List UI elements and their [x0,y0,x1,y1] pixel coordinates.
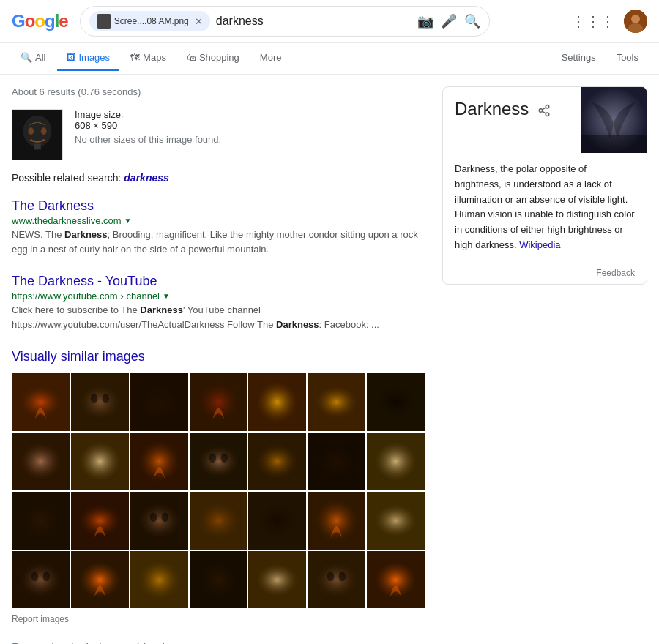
similar-image-cell[interactable] [130,373,188,431]
similar-image-cell[interactable] [308,433,365,490]
nav-shopping-label: Shopping [199,52,239,63]
avatar[interactable] [624,10,647,33]
svg-rect-7 [34,144,41,150]
result-2-title[interactable]: The Darkness - YouTube [12,274,157,288]
similar-image-cell[interactable] [248,492,306,550]
similar-image-cell[interactable] [12,373,70,431]
image-preview-section: Image size: 608 × 590 No other sizes of … [12,109,425,160]
report-images-link[interactable]: Report images [12,614,425,624]
similar-image-cell[interactable] [71,433,129,490]
nav-tools[interactable]: Tools [608,46,647,71]
similar-image-cell[interactable] [248,373,306,431]
similar-image-cell[interactable] [367,373,425,431]
settings-label: Settings [562,52,596,63]
kp-share-icon[interactable] [537,104,551,121]
right-column: Darkness [442,86,647,644]
svg-point-33 [220,453,227,463]
related-search-link[interactable]: darkness [124,172,168,184]
search-tab-close-button[interactable]: ✕ [195,16,203,27]
similar-image-cell[interactable] [71,551,129,609]
voice-search-icon[interactable]: 🎤 [441,13,457,29]
similar-image-cell[interactable] [12,492,70,550]
similar-images-title[interactable]: Visually similar images [12,349,425,364]
result-2-snippet: Click here to subscribe to The Darkness'… [12,303,425,332]
nav-all[interactable]: 🔍 All [12,46,54,71]
image-size-label: Image size: 608 × 590 [75,109,221,131]
similar-image-cell[interactable] [190,373,247,431]
similar-image-cell[interactable] [308,492,365,550]
main-content: About 6 results (0.76 seconds) Image siz… [0,75,659,644]
similar-image-cell[interactable] [367,551,425,609]
image-search-tab[interactable]: Scree....08 AM.png ✕ [89,11,210,31]
similar-image-cell[interactable] [130,433,188,490]
nav-settings[interactable]: Settings [553,46,605,71]
search-input[interactable] [216,15,412,28]
header: Google Scree....08 AM.png ✕ 📷 🎤 🔍 ⋮⋮⋮ [0,0,659,43]
similar-image-cell[interactable] [130,551,188,609]
svg-point-19 [256,381,298,423]
camera-search-icon[interactable]: 📷 [417,13,433,29]
similar-image-cell[interactable] [130,492,188,550]
svg-point-73 [375,561,417,598]
nav-images[interactable]: 🖼 Images [57,46,119,71]
related-search-label: Possible related search: [12,172,121,184]
related-search: Possible related search: darkness [12,172,425,184]
svg-point-58 [31,572,38,581]
svg-point-39 [375,441,417,481]
nav-shopping[interactable]: 🛍 Shopping [178,46,248,71]
svg-point-61 [79,561,121,598]
similar-image-cell[interactable] [190,551,247,609]
similar-images-section: Visually similar images [12,349,425,624]
similar-image-cell[interactable] [367,433,425,490]
similar-image-cell[interactable] [248,433,306,490]
svg-point-17 [198,383,239,422]
preview-thumbnail [12,109,63,160]
similar-image-cell[interactable] [190,433,247,490]
nav-more[interactable]: More [251,46,291,71]
more-label: More [260,52,282,63]
similar-image-cell[interactable] [308,373,365,431]
svg-point-32 [209,453,215,463]
nav-images-label: Images [78,52,110,63]
nav-maps[interactable]: 🗺 Maps [122,46,175,71]
svg-point-70 [327,572,334,581]
search-submit-icon[interactable]: 🔍 [464,13,480,29]
result-2-url-arrow[interactable]: ▼ [163,292,170,300]
google-apps-icon[interactable]: ⋮⋮⋮ [571,12,615,30]
similar-image-cell[interactable] [190,492,247,550]
svg-point-1 [631,15,640,23]
kp-description: Darkness, the polar opposite of brightne… [443,153,647,262]
svg-point-46 [150,512,157,522]
kp-feedback[interactable]: Feedback [443,262,647,284]
result-1-url-arrow[interactable]: ▼ [124,217,132,225]
result-1-title[interactable]: The Darkness [12,198,94,213]
svg-point-77 [540,108,543,112]
search-bar: Scree....08 AM.png ✕ 📷 🎤 🔍 [80,6,490,37]
wikipedia-link[interactable]: Wikipedia [519,239,560,250]
svg-point-35 [256,444,298,479]
svg-point-53 [316,500,357,542]
similar-image-cell[interactable] [12,551,70,609]
image-info: Image size: 608 × 590 No other sizes of … [75,109,221,145]
svg-point-49 [198,502,239,539]
svg-point-57 [20,562,62,596]
svg-point-5 [28,127,34,135]
similar-image-cell[interactable] [12,433,70,490]
google-logo: Google [12,11,68,31]
similar-image-cell[interactable] [308,551,365,609]
similar-image-cell[interactable] [248,551,306,609]
kp-title: Darkness [455,99,529,119]
shopping-icon: 🛍 [187,52,196,63]
svg-point-51 [256,501,298,540]
similar-image-cell[interactable] [367,492,425,550]
svg-point-31 [198,445,239,477]
knowledge-panel: Darkness [442,86,647,285]
similar-image-cell[interactable] [71,373,129,431]
search-tab-filename: Scree....08 AM.png [114,16,189,26]
similar-image-cell[interactable] [71,492,129,550]
svg-point-76 [546,105,550,108]
svg-point-12 [91,394,97,403]
left-column: About 6 results (0.76 seconds) Image siz… [12,86,425,644]
svg-point-69 [316,562,357,596]
svg-point-27 [79,441,121,481]
